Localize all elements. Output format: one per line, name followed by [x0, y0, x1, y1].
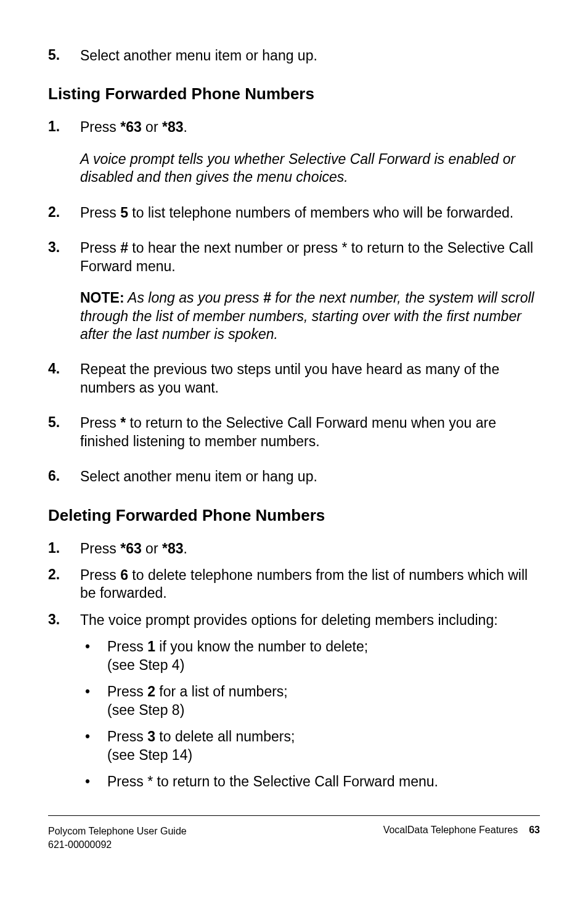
text-bold: 6 — [120, 567, 128, 583]
list-body: Press 6 to delete telephone numbers from… — [80, 566, 540, 603]
list-number: 2. — [48, 566, 80, 603]
text-bold: 3 — [147, 728, 155, 744]
text: (see Step 4) — [107, 657, 184, 673]
list-body: Select another menu item or hang up. — [80, 468, 540, 486]
list-number: 3. — [48, 611, 80, 791]
text: or — [142, 540, 162, 556]
page: 5. Select another menu item or hang up. … — [0, 0, 588, 909]
footer-left: Polycom Telephone User Guide 621-0000009… — [48, 825, 187, 851]
list-item: 1. Press *63 or *83. A voice prompt tell… — [48, 118, 540, 186]
list-item: 5. Select another menu item or hang up. — [48, 47, 540, 65]
list-number: 5. — [48, 414, 80, 450]
bullet-icon: • — [80, 728, 107, 764]
text: . — [184, 119, 187, 135]
list-item: 4. Repeat the previous two steps until y… — [48, 361, 540, 397]
list-number: 1. — [48, 540, 80, 558]
bullet-body: Press 3 to delete all numbers; (see Step… — [107, 728, 540, 764]
bullet-item: • Press 3 to delete all numbers; (see St… — [80, 728, 540, 764]
text: to hear the next number or press * to re… — [80, 240, 533, 274]
text-italic: As long as you press — [125, 290, 263, 306]
list-item: 3. The voice prompt provides options for… — [48, 611, 540, 791]
list-item: 2. Press 6 to delete telephone numbers f… — [48, 566, 540, 603]
list-number: 6. — [48, 468, 80, 486]
bullet-body: Press 2 for a list of numbers; (see Step… — [107, 683, 540, 719]
text: to delete all numbers; — [155, 728, 295, 744]
list-number: 3. — [48, 239, 80, 343]
text: Press — [107, 683, 147, 699]
text: to list telephone numbers of members who… — [128, 205, 513, 221]
text-bold: *83 — [162, 540, 184, 556]
list-number: 1. — [48, 118, 80, 186]
list-body: Repeat the previous two steps until you … — [80, 361, 540, 397]
footer: Polycom Telephone User Guide 621-0000009… — [48, 825, 540, 851]
list-item: 1. Press *63 or *83. — [48, 540, 540, 558]
text: Press * to return to the Selective Call … — [107, 773, 438, 789]
text-bold: *83 — [162, 119, 184, 135]
page-number: 63 — [529, 825, 540, 835]
text: (see Step 14) — [107, 747, 192, 763]
list-item: 3. Press # to hear the next number or pr… — [48, 239, 540, 343]
text: Press — [80, 119, 120, 135]
text: Press — [80, 240, 120, 256]
bullet-body: Press * to return to the Selective Call … — [107, 773, 540, 791]
footer-doc-number: 621-00000092 — [48, 839, 112, 850]
list-body: Press *63 or *83. A voice prompt tells y… — [80, 118, 540, 186]
text-italic: A voice prompt tells you whether Selecti… — [80, 150, 540, 187]
bullet-item: • Press 2 for a list of numbers; (see St… — [80, 683, 540, 719]
text: Press — [107, 728, 147, 744]
list-number: 4. — [48, 361, 80, 397]
text: Press — [80, 540, 120, 556]
text: Select another menu item or hang up. — [80, 468, 540, 486]
bullet-item: • Press 1 if you know the number to dele… — [80, 638, 540, 674]
list-body: Select another menu item or hang up. — [80, 47, 540, 65]
heading-deleting-forwarded: Deleting Forwarded Phone Numbers — [48, 506, 540, 525]
text: to return to the Selective Call Forward … — [80, 415, 496, 449]
bullet-icon: • — [80, 638, 107, 674]
text: to delete telephone numbers from the lis… — [80, 567, 528, 601]
list-number: 2. — [48, 204, 80, 222]
list-item: 6. Select another menu item or hang up. — [48, 468, 540, 486]
text-bold-italic: # — [263, 290, 271, 306]
text: Select another menu item or hang up. — [80, 47, 317, 63]
bullet-body: Press 1 if you know the number to delete… — [107, 638, 540, 674]
bullet-icon: • — [80, 773, 107, 791]
bullet-icon: • — [80, 683, 107, 719]
text: The voice prompt provides options for de… — [80, 611, 540, 629]
text-bold: * — [120, 415, 126, 431]
list-body: The voice prompt provides options for de… — [80, 611, 540, 791]
list-number: 5. — [48, 47, 80, 65]
text: Press — [80, 415, 120, 431]
text: Repeat the previous two steps until you … — [80, 361, 540, 397]
text-bold: 2 — [147, 683, 155, 699]
text-bold: *63 — [120, 540, 142, 556]
list-body: Press # to hear the next number or press… — [80, 239, 540, 343]
footer-section-title: VocalData Telephone Features — [383, 825, 518, 835]
text: . — [184, 540, 187, 556]
text: (see Step 8) — [107, 702, 184, 718]
text-bold: 1 — [147, 638, 155, 654]
text: Press — [107, 638, 147, 654]
bullet-list: • Press 1 if you know the number to dele… — [80, 638, 540, 791]
text: Press — [80, 567, 120, 583]
bullet-item: • Press * to return to the Selective Cal… — [80, 773, 540, 791]
list-body: Press * to return to the Selective Call … — [80, 414, 540, 450]
note-label: NOTE: — [80, 290, 125, 306]
list-item: 2. Press 5 to list telephone numbers of … — [48, 204, 540, 222]
list-item: 5. Press * to return to the Selective Ca… — [48, 414, 540, 450]
text: Press — [80, 205, 120, 221]
text-bold: *63 — [120, 119, 142, 135]
text: if you know the number to delete; — [155, 638, 368, 654]
list-body: Press 5 to list telephone numbers of mem… — [80, 204, 540, 222]
text-bold: 5 — [120, 205, 128, 221]
text-bold: # — [120, 240, 128, 256]
footer-right: VocalData Telephone Features63 — [383, 825, 540, 851]
list-body: Press *63 or *83. — [80, 540, 540, 558]
footer-guide-title: Polycom Telephone User Guide — [48, 826, 187, 836]
heading-listing-forwarded: Listing Forwarded Phone Numbers — [48, 84, 540, 104]
text: or — [142, 119, 162, 135]
text: for a list of numbers; — [155, 683, 288, 699]
footer-divider — [48, 815, 540, 816]
